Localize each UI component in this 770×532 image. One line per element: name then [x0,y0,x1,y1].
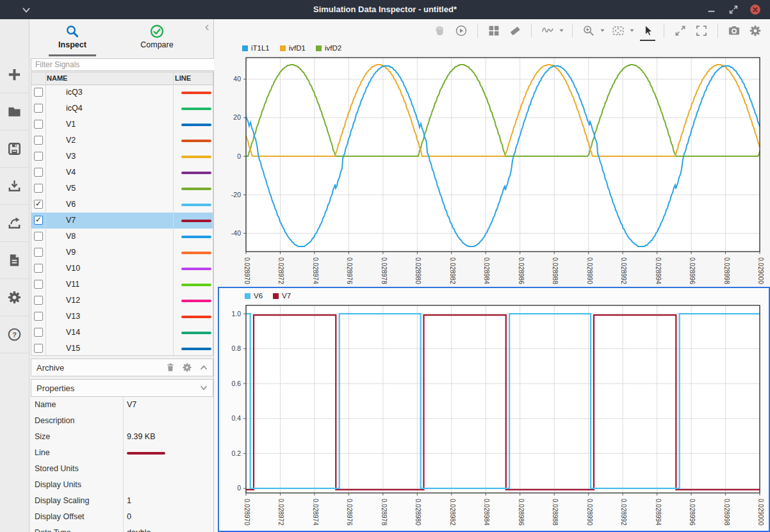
signal-row-V1[interactable]: V1 [31,117,213,133]
expand-arrows-icon [674,24,687,37]
legend-swatch [245,293,250,299]
export-button[interactable] [0,205,29,242]
property-line-swatch [127,452,165,455]
titlebar[interactable]: Simulation Data Inspector - untitled* [0,0,770,19]
signal-line-swatch [181,284,211,286]
chevron-up-icon[interactable] [199,362,209,373]
signal-checkbox-V10[interactable] [34,264,43,273]
minimize-button[interactable] [706,4,717,15]
signal-checkbox-V7[interactable]: ✓ [34,216,43,225]
property-value[interactable]: 9.39 KB [127,432,155,441]
gear-icon[interactable] [182,362,192,373]
archive-section-bar[interactable]: Archive [31,359,213,376]
zoom-button[interactable] [580,22,597,39]
signal-row-V5[interactable]: V5 [31,181,213,197]
signal-checkbox-V9[interactable] [34,248,43,257]
close-button[interactable] [750,4,761,15]
signal-checkbox-V14[interactable] [34,328,43,337]
signal-line-swatch [181,156,211,158]
fullscreen-button[interactable] [693,22,710,39]
save-button[interactable] [0,131,29,168]
tab-compare[interactable]: Compare [119,24,195,49]
signal-row-V10[interactable]: V10 [31,261,213,277]
signal-checkbox-V15[interactable] [34,344,43,353]
svg-text:0.028996: 0.028996 [689,499,696,526]
signal-name: V10 [66,264,80,273]
chart-canvas[interactable]: 0.0289700.0289720.0289740.0289760.028978… [219,288,769,531]
signal-checkbox-icQ3[interactable] [34,88,43,97]
replay-button[interactable] [453,22,470,39]
signal-checkbox-V12[interactable] [34,296,43,305]
signal-checkbox-icQ4[interactable] [34,104,43,113]
subplot-2-selected[interactable]: V6V7 0.0289700.0289720.0289740.0289760.0… [218,287,770,532]
collapse-panel-chevron-left-icon[interactable] [203,22,211,30]
subplot-1[interactable]: iT1L1ivfD1ivfD2 0.0289700.0289720.028974… [214,42,770,285]
svg-text:0.028998: 0.028998 [723,499,730,526]
report-button[interactable] [0,242,29,279]
fit-to-view-button[interactable] [610,22,627,39]
signal-checkbox-V11[interactable] [34,280,43,289]
tab-inspect[interactable]: Inspect [34,24,111,49]
signal-row-icQ4[interactable]: icQ4 [31,101,213,117]
clear-plots-button[interactable] [507,22,523,39]
expand-button[interactable] [672,22,689,39]
snapshot-button[interactable] [726,22,742,39]
plot-settings-button[interactable] [747,22,764,39]
svg-text:0.028984: 0.028984 [483,257,490,284]
signal-browser-panel: Inspect Compare NAME LINE icQ3icQ4V1V2V3… [29,19,214,532]
signal-row-V7[interactable]: ✓V7 [31,213,213,229]
divider [123,397,124,413]
open-button[interactable] [0,93,29,131]
signal-row-V8[interactable]: V8 [31,229,213,245]
property-value[interactable]: 1 [127,496,131,505]
signal-checkbox-V6[interactable]: ✓ [34,200,43,209]
property-value[interactable]: 0 [127,512,131,521]
zoom-dropdown-caret-icon[interactable] [600,28,605,33]
signal-checkbox-V13[interactable] [34,312,43,321]
signal-name: V13 [66,312,80,321]
signal-checkbox-V3[interactable] [34,152,43,161]
signal-options-button[interactable] [539,22,556,39]
filter-signals-input[interactable] [31,58,220,71]
signal-row-icQ3[interactable]: icQ3 [31,85,213,101]
signal-checkbox-V5[interactable] [34,184,43,193]
signal-row-V3[interactable]: V3 [31,149,213,165]
signal-row-V9[interactable]: V9 [31,245,213,261]
property-label: Description [35,416,75,425]
signal-name: V12 [66,296,80,305]
signal-line-swatch [181,348,211,350]
trash-icon[interactable] [165,362,176,373]
signal-row-V2[interactable]: V2 [31,133,213,149]
signal-options-dropdown-caret-icon[interactable] [559,28,564,33]
legend-swatch [280,45,286,51]
preferences-button[interactable] [0,279,29,316]
svg-text:0.028974: 0.028974 [312,257,319,284]
pointer-button[interactable] [639,22,656,39]
signal-row-V4[interactable]: V4 [31,165,213,181]
signal-row-V14[interactable]: V14 [31,325,213,341]
signal-row-V12[interactable]: V12 [31,293,213,309]
help-button[interactable]: ? [0,316,29,353]
svg-text:0.028972: 0.028972 [277,499,284,526]
signal-name: V5 [66,184,76,193]
signal-checkbox-V4[interactable] [34,168,43,177]
signal-checkbox-V8[interactable] [34,232,43,241]
signal-row-V15[interactable]: V15 [31,341,213,357]
properties-section-bar[interactable]: Properties [31,379,213,397]
fit-to-view-dropdown-caret-icon[interactable] [629,28,635,33]
property-value[interactable]: V7 [127,400,136,409]
signal-name: V4 [66,168,76,177]
new-button[interactable] [0,56,29,93]
signal-checkbox-V1[interactable] [34,120,43,129]
signal-row-V6[interactable]: ✓V6 [31,197,213,213]
restore-button[interactable] [728,4,739,15]
signal-checkbox-V2[interactable] [34,136,43,145]
property-value[interactable]: double [127,528,151,532]
chevron-down-icon[interactable] [199,383,209,393]
subplot-layout-button[interactable] [486,22,502,39]
import-button[interactable] [0,168,29,205]
signal-line-swatch [181,124,211,126]
signal-row-V13[interactable]: V13 [31,309,213,325]
chart-canvas[interactable]: 0.0289700.0289720.0289740.0289760.028978… [214,42,770,285]
signal-row-V11[interactable]: V11 [31,277,213,293]
